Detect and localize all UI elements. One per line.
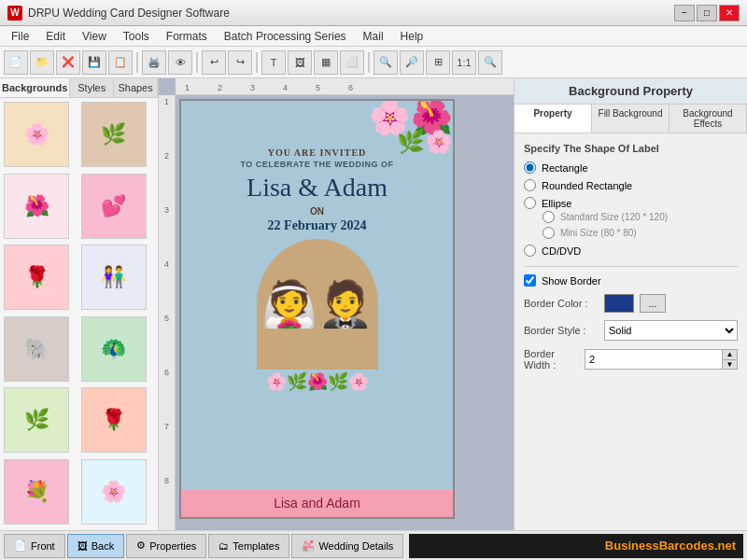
card-names: Lisa & Adam (247, 173, 388, 203)
logo-text: BusinessBarcodes.net (605, 539, 736, 553)
property-tabs: Property Fill Background Background Effe… (514, 105, 747, 133)
radio-standard-input[interactable] (543, 211, 555, 223)
ruler-vertical: 1 2 3 4 5 6 7 8 (159, 95, 176, 530)
spinbox-up[interactable]: ▲ (722, 350, 737, 360)
templates-icon: 🗂 (218, 540, 229, 552)
canvas-card[interactable]: 🌸🌺 🌿🌸 YOU ARE INVITED TO CELEBRATE THE W… (179, 99, 455, 519)
thumbnail-grid: 🌸 🌿 🌺 💕 🌹 👫 🐘 🦚 🌿 🌹 💐 🌸 (0, 98, 158, 530)
left-panel: Backgrounds Styles Shapes 🌸 🌿 🌺 💕 🌹 👫 🐘 … (0, 78, 159, 530)
spinbox-down[interactable]: ▼ (722, 360, 737, 370)
radio-rectangle-label: Rectangle (542, 162, 588, 174)
radio-rectangle[interactable]: Rectangle (524, 161, 738, 174)
tool-shape[interactable]: ⬜ (340, 50, 364, 75)
thumb-4[interactable]: 💕 (81, 174, 147, 239)
radio-cddvd[interactable]: CD/DVD (524, 245, 738, 257)
panel-tabs: Backgrounds Styles Shapes (0, 78, 158, 98)
radio-rounded-input[interactable] (524, 179, 536, 191)
tool-image[interactable]: 🖼 (288, 50, 312, 75)
tab-fill-background[interactable]: Fill Background (592, 105, 669, 133)
close-button[interactable]: ✕ (719, 5, 740, 21)
menu-formats[interactable]: Formats (159, 28, 215, 45)
menu-batch[interactable]: Batch Processing Series (217, 28, 354, 45)
radio-standard[interactable]: Standard Size (120 * 120) (543, 211, 738, 223)
back-button[interactable]: 🖼 Back (67, 534, 124, 558)
radio-mini-input[interactable] (543, 227, 555, 239)
tool-zoom-in[interactable]: 🔍 (374, 50, 398, 75)
tool-new[interactable]: 📄 (4, 50, 28, 75)
thumb-5[interactable]: 🌹 (4, 245, 69, 310)
menu-help[interactable]: Help (393, 28, 431, 45)
property-body: Specify The Shape Of Label Rectangle Rou… (514, 133, 747, 387)
border-width-input[interactable] (585, 350, 722, 369)
radio-ellipse-input[interactable] (524, 197, 536, 209)
border-color-swatch[interactable] (604, 294, 634, 313)
menu-edit[interactable]: Edit (38, 28, 73, 45)
thumb-10[interactable]: 🌹 (81, 387, 147, 453)
tool-close[interactable]: ❌ (56, 50, 80, 75)
minimize-button[interactable]: − (674, 5, 695, 21)
thumb-6[interactable]: 👫 (81, 245, 147, 310)
maximize-button[interactable]: □ (697, 5, 717, 21)
thumb-1[interactable]: 🌸 (4, 102, 69, 167)
tool-open[interactable]: 📁 (30, 50, 54, 75)
tab-property[interactable]: Property (514, 105, 592, 133)
properties-button[interactable]: ⚙ Properties (126, 534, 206, 558)
front-button[interactable]: 📄 Front (4, 534, 65, 558)
thumb-2[interactable]: 🌿 (81, 102, 147, 167)
thumb-8[interactable]: 🦚 (81, 316, 147, 382)
templates-label: Templates (233, 540, 279, 552)
templates-button[interactable]: 🗂 Templates (208, 534, 289, 558)
menu-mail[interactable]: Mail (356, 28, 391, 45)
tool-save-as[interactable]: 📋 (108, 50, 133, 75)
card-invited: YOU ARE INVITED (268, 147, 367, 158)
tab-shapes[interactable]: Shapes (114, 78, 158, 97)
separator-3 (256, 52, 258, 73)
radio-mini[interactable]: Mini Size (80 * 80) (543, 227, 738, 239)
divider-1 (524, 266, 738, 267)
tool-find[interactable]: 🔍 (478, 50, 502, 75)
front-icon: 📄 (14, 539, 27, 552)
menu-file[interactable]: File (4, 28, 36, 45)
tool-undo[interactable]: ↩ (202, 50, 226, 75)
tool-print[interactable]: 🖨️ (142, 50, 166, 75)
radio-cddvd-input[interactable] (524, 245, 536, 257)
tool-zoom-out[interactable]: 🔎 (400, 50, 424, 75)
radio-ellipse[interactable]: Ellipse (524, 197, 738, 209)
tool-text[interactable]: T (261, 50, 286, 75)
thumb-12[interactable]: 🌸 (81, 459, 147, 525)
thumb-9[interactable]: 🌿 (4, 387, 69, 453)
border-style-row: Border Style : Solid Dashed Dotted (524, 320, 738, 341)
tool-save[interactable]: 💾 (82, 50, 106, 75)
border-color-button[interactable]: ... (640, 294, 666, 313)
border-width-row: Border Width : ▲ ▼ (524, 348, 738, 371)
border-width-spinbox[interactable]: ▲ ▼ (585, 349, 738, 370)
thumb-3[interactable]: 🌺 (4, 174, 69, 239)
show-border-row[interactable]: Show Border (524, 274, 738, 287)
wedding-icon: 💒 (302, 539, 315, 552)
show-border-checkbox[interactable] (524, 274, 536, 287)
tab-backgrounds[interactable]: Backgrounds (0, 78, 70, 97)
thumb-7[interactable]: 🐘 (4, 316, 69, 382)
radio-rounded[interactable]: Rounded Rectangle (524, 179, 738, 191)
tool-100[interactable]: 1:1 (452, 50, 476, 75)
wedding-details-button[interactable]: 💒 Wedding Details (291, 534, 403, 558)
radio-cddvd-label: CD/DVD (542, 245, 581, 257)
menu-view[interactable]: View (75, 28, 114, 45)
tool-fit[interactable]: ⊞ (426, 50, 450, 75)
properties-icon: ⚙ (136, 539, 146, 552)
border-style-select[interactable]: Solid Dashed Dotted (604, 320, 738, 341)
main-area: Backgrounds Styles Shapes 🌸 🌿 🌺 💕 🌹 👫 🐘 … (0, 78, 747, 530)
radio-rectangle-input[interactable] (524, 161, 536, 174)
tool-redo[interactable]: ↪ (228, 50, 252, 75)
card-couple: 👰🤵 (257, 239, 378, 370)
tab-background-effects[interactable]: Background Effects (669, 105, 747, 133)
app-title: DRPU Wedding Card Designer Software (28, 7, 230, 20)
card-on: ON (310, 206, 324, 217)
thumb-11[interactable]: 💐 (4, 459, 69, 525)
show-border-label: Show Border (542, 275, 601, 287)
tab-styles[interactable]: Styles (70, 78, 114, 97)
border-style-label: Border Style : (524, 325, 599, 336)
tool-preview[interactable]: 👁 (168, 50, 192, 75)
tool-barcode[interactable]: ▦ (314, 50, 338, 75)
menu-tools[interactable]: Tools (116, 28, 157, 45)
